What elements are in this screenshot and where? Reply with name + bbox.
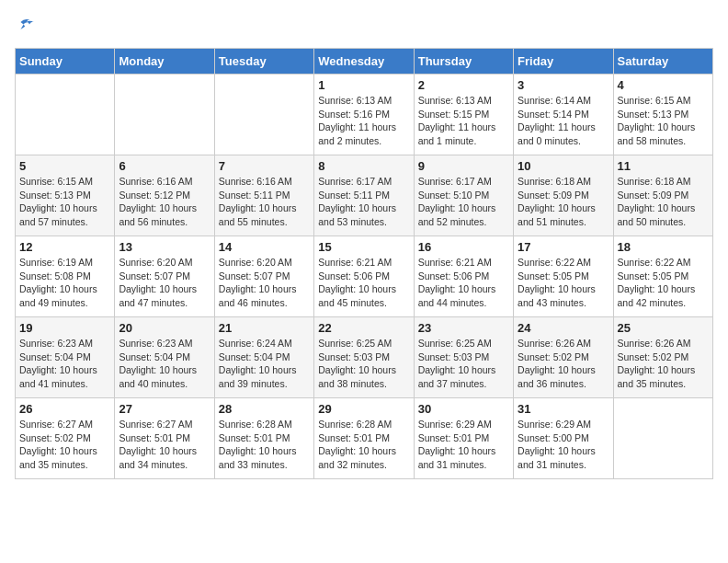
calendar-cell: 27Sunrise: 6:27 AMSunset: 5:01 PMDayligh… [115, 398, 214, 479]
calendar-week-row: 1Sunrise: 6:13 AMSunset: 5:16 PMDaylight… [16, 75, 713, 155]
day-header-wednesday: Wednesday [314, 49, 414, 75]
cell-line: Sunset: 5:04 PM [19, 351, 91, 362]
cell-line: Daylight: 10 hours [618, 121, 696, 132]
cell-content: Sunrise: 6:17 AMSunset: 5:10 PMDaylight:… [418, 175, 509, 229]
cell-line: Sunset: 5:08 PM [19, 270, 91, 282]
cell-line: Daylight: 10 hours [318, 283, 396, 294]
cell-line: Daylight: 10 hours [19, 445, 97, 456]
cell-line: Sunset: 5:04 PM [219, 351, 290, 362]
calendar-cell: 3Sunrise: 6:14 AMSunset: 5:14 PMDaylight… [514, 75, 613, 155]
cell-line: Sunset: 5:02 PM [19, 432, 91, 443]
cell-line: Sunrise: 6:18 AM [618, 176, 691, 187]
cell-line: and 31 minutes. [518, 459, 586, 470]
cell-line: Sunrise: 6:17 AM [418, 176, 492, 187]
cell-line: and 0 minutes. [518, 135, 581, 146]
calendar-week-row: 12Sunrise: 6:19 AMSunset: 5:08 PMDayligh… [16, 236, 713, 317]
cell-line: Sunset: 5:01 PM [219, 432, 290, 443]
day-number: 17 [518, 240, 609, 254]
calendar-cell: 20Sunrise: 6:23 AMSunset: 5:04 PMDayligh… [115, 317, 214, 398]
cell-line: Sunrise: 6:20 AM [119, 257, 192, 268]
calendar-cell: 31Sunrise: 6:29 AMSunset: 5:00 PMDayligh… [514, 398, 613, 479]
cell-line: Sunset: 5:13 PM [618, 109, 689, 120]
calendar-cell [613, 398, 712, 479]
cell-line: Sunrise: 6:13 AM [418, 95, 492, 106]
calendar-cell [115, 75, 214, 155]
cell-content: Sunrise: 6:21 AMSunset: 5:06 PMDaylight:… [318, 256, 409, 310]
cell-line: and 1 minute. [418, 135, 477, 146]
calendar-header-row: SundayMondayTuesdayWednesdayThursdayFrid… [16, 49, 713, 75]
day-number: 11 [618, 159, 709, 173]
cell-line: and 37 minutes. [418, 378, 487, 389]
day-number: 19 [19, 321, 110, 335]
day-number: 31 [518, 402, 609, 416]
calendar-week-row: 5Sunrise: 6:15 AMSunset: 5:13 PMDaylight… [16, 155, 713, 236]
cell-line: Sunset: 5:07 PM [119, 270, 190, 282]
cell-line: Daylight: 10 hours [19, 364, 97, 375]
day-number: 25 [618, 321, 709, 335]
calendar-cell: 23Sunrise: 6:25 AMSunset: 5:03 PMDayligh… [414, 317, 513, 398]
cell-line: Daylight: 10 hours [219, 445, 297, 456]
day-number: 10 [518, 159, 609, 173]
cell-content: Sunrise: 6:28 AMSunset: 5:01 PMDaylight:… [219, 418, 310, 472]
day-number: 16 [418, 240, 509, 254]
cell-content: Sunrise: 6:23 AMSunset: 5:04 PMDaylight:… [19, 337, 110, 391]
cell-content: Sunrise: 6:25 AMSunset: 5:03 PMDaylight:… [418, 337, 509, 391]
cell-line: Sunrise: 6:15 AM [19, 176, 93, 187]
cell-line: Sunrise: 6:21 AM [318, 257, 392, 268]
day-number: 4 [618, 78, 709, 92]
cell-line: Daylight: 10 hours [318, 445, 396, 456]
day-header-saturday: Saturday [613, 49, 712, 75]
cell-line: and 38 minutes. [318, 378, 387, 389]
cell-content: Sunrise: 6:15 AMSunset: 5:13 PMDaylight:… [19, 175, 110, 229]
cell-line: Sunrise: 6:23 AM [19, 338, 93, 349]
cell-line: Sunset: 5:05 PM [518, 270, 589, 282]
cell-line: and 41 minutes. [19, 378, 88, 389]
cell-line: Sunset: 5:02 PM [618, 351, 689, 362]
cell-line: Sunrise: 6:29 AM [518, 419, 591, 430]
cell-line: Sunset: 5:10 PM [418, 190, 490, 201]
calendar-cell: 25Sunrise: 6:26 AMSunset: 5:02 PMDayligh… [613, 317, 712, 398]
cell-line: Sunset: 5:12 PM [119, 190, 190, 201]
calendar-cell: 2Sunrise: 6:13 AMSunset: 5:15 PMDaylight… [414, 75, 513, 155]
cell-line: and 39 minutes. [219, 378, 288, 389]
cell-line: Daylight: 10 hours [19, 283, 97, 294]
cell-line: Sunrise: 6:26 AM [618, 338, 691, 349]
day-number: 5 [19, 159, 110, 173]
cell-line: Sunrise: 6:16 AM [219, 176, 292, 187]
cell-line: and 57 minutes. [19, 216, 88, 227]
cell-line: Daylight: 11 hours [518, 121, 596, 132]
cell-line: Daylight: 10 hours [119, 283, 197, 294]
calendar-cell: 30Sunrise: 6:29 AMSunset: 5:01 PMDayligh… [414, 398, 513, 479]
calendar-cell: 8Sunrise: 6:17 AMSunset: 5:11 PMDaylight… [314, 155, 414, 236]
cell-line: Sunrise: 6:25 AM [418, 338, 492, 349]
cell-content: Sunrise: 6:15 AMSunset: 5:13 PMDaylight:… [618, 94, 709, 148]
calendar-cell: 6Sunrise: 6:16 AMSunset: 5:12 PMDaylight… [115, 155, 214, 236]
cell-line: Sunrise: 6:27 AM [19, 419, 93, 430]
cell-line: Daylight: 10 hours [219, 283, 297, 294]
cell-line: and 42 minutes. [618, 297, 687, 308]
cell-content: Sunrise: 6:20 AMSunset: 5:07 PMDaylight:… [119, 256, 210, 310]
cell-line: Daylight: 10 hours [318, 364, 396, 375]
cell-line: Daylight: 10 hours [219, 364, 297, 375]
day-number: 12 [19, 240, 110, 254]
cell-line: and 55 minutes. [219, 216, 288, 227]
calendar-cell [214, 75, 313, 155]
logo-bird-icon [15, 15, 37, 37]
calendar-cell [16, 75, 115, 155]
cell-content: Sunrise: 6:19 AMSunset: 5:08 PMDaylight:… [19, 256, 110, 310]
day-number: 24 [518, 321, 609, 335]
cell-line: Daylight: 10 hours [618, 283, 696, 294]
cell-line: and 2 minutes. [318, 135, 381, 146]
cell-line: Sunrise: 6:14 AM [518, 95, 591, 106]
cell-content: Sunrise: 6:27 AMSunset: 5:01 PMDaylight:… [119, 418, 210, 472]
day-header-sunday: Sunday [16, 49, 115, 75]
day-number: 27 [119, 402, 210, 416]
calendar-cell: 5Sunrise: 6:15 AMSunset: 5:13 PMDaylight… [16, 155, 115, 236]
cell-line: Sunset: 5:15 PM [418, 109, 490, 120]
cell-line: Sunset: 5:03 PM [318, 351, 390, 362]
calendar-cell: 11Sunrise: 6:18 AMSunset: 5:09 PMDayligh… [613, 155, 712, 236]
cell-line: Sunrise: 6:27 AM [119, 419, 192, 430]
day-number: 21 [219, 321, 310, 335]
calendar-cell: 12Sunrise: 6:19 AMSunset: 5:08 PMDayligh… [16, 236, 115, 317]
cell-content: Sunrise: 6:23 AMSunset: 5:04 PMDaylight:… [119, 337, 210, 391]
